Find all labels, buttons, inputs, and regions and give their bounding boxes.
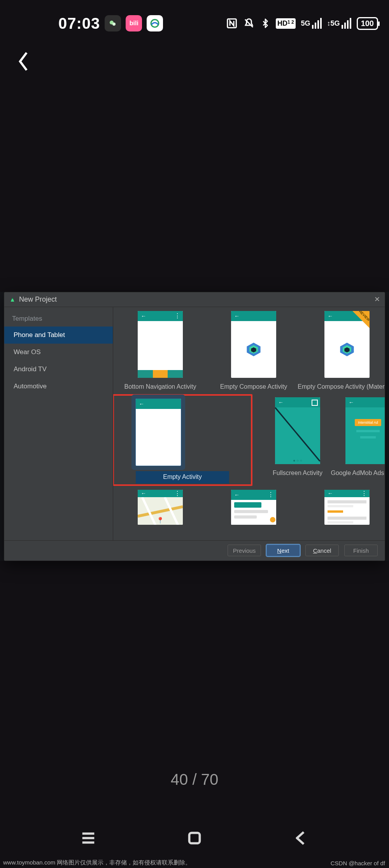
clock: 07:03 bbox=[58, 15, 100, 32]
template-empty-compose[interactable]: ← Empty Compose Activity bbox=[228, 311, 279, 394]
browser-icon bbox=[147, 15, 163, 31]
back-button[interactable] bbox=[16, 51, 40, 74]
sidebar-item-wear-os[interactable]: Wear OS bbox=[4, 344, 113, 361]
android-studio-icon bbox=[9, 296, 16, 303]
nfc-icon bbox=[226, 17, 238, 29]
next-button[interactable]: Next bbox=[266, 545, 300, 556]
nav-back-button[interactable] bbox=[292, 829, 310, 849]
svg-line-13 bbox=[142, 497, 156, 525]
signal-1: 5G bbox=[301, 18, 322, 29]
template-maps[interactable]: ←⋮📍 bbox=[135, 490, 186, 525]
watermark-left: www.toymoban.com 网络图片仅供展示，非存储，如有侵权请联系删除。 bbox=[3, 859, 191, 866]
previous-button: Previous bbox=[228, 545, 261, 556]
close-icon[interactable]: ✕ bbox=[374, 295, 380, 304]
sidebar-item-automotive[interactable]: Automotive bbox=[4, 378, 113, 395]
sidebar-item-phone-tablet[interactable]: Phone and Tablet bbox=[4, 327, 113, 344]
svg-point-1 bbox=[112, 23, 116, 26]
hd-badge: HD1 2 bbox=[276, 18, 296, 29]
nav-home-button[interactable] bbox=[186, 829, 203, 849]
template-sidebar: Templates Phone and Tablet Wear OS Andro… bbox=[4, 307, 113, 540]
content-area: New Project ✕ Templates Phone and Tablet… bbox=[0, 93, 389, 759]
dialog-title: New Project bbox=[19, 295, 57, 304]
mute-icon bbox=[243, 17, 255, 29]
nav-bar bbox=[0, 817, 389, 860]
watermark-right: CSDN @hacker of df bbox=[331, 860, 385, 866]
svg-rect-18 bbox=[189, 833, 200, 844]
nav-menu-button[interactable] bbox=[79, 829, 97, 849]
template-bottom-navigation[interactable]: ←⋮ Bottom Navigation Activity bbox=[135, 311, 186, 394]
pin-icon: 📍 bbox=[156, 517, 164, 524]
dialog-footer: Previous Next Cancel Finish bbox=[4, 540, 385, 561]
template-gallery: ←⋮ Bottom Navigation Activity ← Empty Co… bbox=[113, 307, 385, 540]
sidebar-header: Templates bbox=[4, 311, 113, 327]
template-list[interactable]: ←⋮ bbox=[228, 490, 279, 525]
template-empty-activity[interactable]: ← Empty Activity bbox=[113, 394, 252, 486]
expand-icon bbox=[312, 400, 318, 406]
signal-2: ↕5G bbox=[327, 18, 351, 29]
new-project-dialog: New Project ✕ Templates Phone and Tablet… bbox=[4, 292, 385, 561]
sidebar-item-android-tv[interactable]: Android TV bbox=[4, 361, 113, 378]
template-empty-compose-m3[interactable]: ← PREVIEW Empty Compose Activity (Materi… bbox=[322, 311, 372, 394]
bluetooth-icon bbox=[260, 17, 270, 29]
svg-line-12 bbox=[138, 506, 183, 516]
wechat-icon bbox=[105, 15, 121, 31]
fab-icon bbox=[270, 517, 275, 522]
page-counter: 40 / 70 bbox=[0, 771, 389, 788]
template-scrolling[interactable]: ←⋮ bbox=[322, 490, 372, 525]
template-admob[interactable]: ←Interstitial Ad Google AdMob Ads Activi… bbox=[343, 397, 385, 486]
cancel-button[interactable]: Cancel bbox=[305, 545, 339, 556]
svg-line-11 bbox=[275, 407, 320, 461]
svg-point-4 bbox=[12, 298, 13, 299]
status-bar: 07:03 bili HD1 2 5G ↕5G 100 bbox=[0, 12, 389, 35]
finish-button: Finish bbox=[344, 545, 378, 556]
battery-indicator: 100 bbox=[357, 17, 378, 30]
bilibili-icon: bili bbox=[126, 15, 142, 31]
dialog-titlebar: New Project ✕ bbox=[4, 292, 385, 307]
template-fullscreen[interactable]: ←● ○ ○ Fullscreen Activity bbox=[273, 397, 322, 486]
